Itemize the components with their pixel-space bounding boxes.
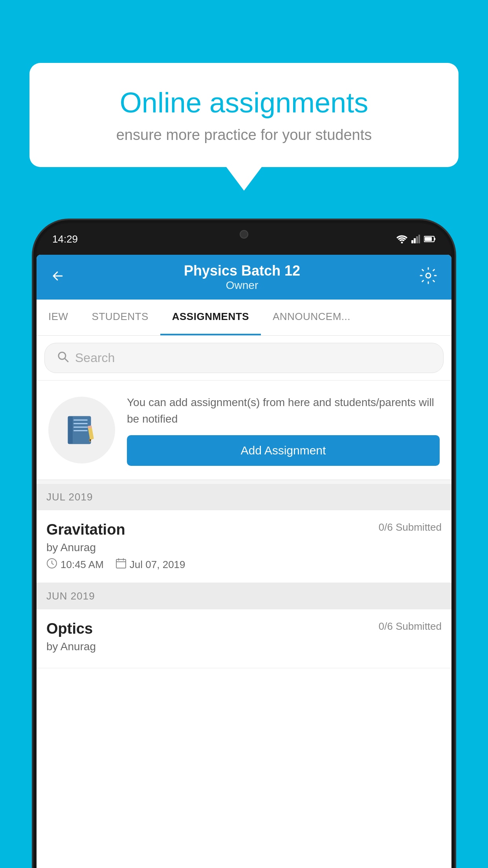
tabs-container: IEW STUDENTS ASSIGNMENTS ANNOUNCEM...	[37, 300, 451, 336]
optics-name: Optics	[46, 620, 93, 637]
battery-icon	[424, 235, 436, 243]
tab-students[interactable]: STUDENTS	[80, 300, 160, 335]
notebook-icon	[64, 412, 99, 448]
promo-section: You can add assignment(s) from here and …	[37, 381, 451, 480]
tab-view[interactable]: IEW	[37, 300, 80, 335]
section-header-jul: JUL 2019	[37, 484, 451, 510]
promo-description: You can add assignment(s) from here and …	[127, 394, 440, 427]
speech-bubble-arrow	[226, 167, 262, 191]
phone-screen: Physics Batch 12 Owner IEW STUDENTS ASSI…	[37, 255, 451, 868]
promo-content: You can add assignment(s) from here and …	[127, 394, 440, 466]
optics-by: by Anurag	[46, 640, 442, 653]
assignment-item-optics[interactable]: Optics 0/6 Submitted by Anurag	[37, 609, 451, 668]
phone-notch-area: 14:29	[37, 223, 451, 255]
batch-subtitle: Owner	[65, 279, 419, 292]
assignment-row-top: Gravitation 0/6 Submitted	[46, 521, 442, 538]
speech-bubble-subtitle: ensure more practice for your students	[57, 127, 431, 143]
settings-button[interactable]	[419, 266, 438, 289]
back-button[interactable]	[50, 268, 65, 286]
svg-rect-15	[73, 430, 88, 431]
svg-rect-3	[416, 236, 418, 243]
assignment-name: Gravitation	[46, 521, 125, 538]
tab-assignments[interactable]: ASSIGNMENTS	[160, 300, 261, 335]
status-time: 14:29	[52, 233, 78, 245]
search-bar-container: Search	[37, 336, 451, 381]
status-icons	[396, 235, 436, 243]
signal-icon	[411, 235, 420, 243]
add-assignment-button[interactable]: Add Assignment	[127, 435, 440, 466]
svg-point-0	[401, 242, 403, 244]
svg-rect-7	[425, 237, 432, 241]
assignment-time: 10:45 AM	[46, 558, 104, 572]
section-header-jun: JUN 2019	[37, 583, 451, 609]
svg-rect-1	[411, 240, 413, 243]
svg-rect-12	[73, 419, 88, 421]
svg-rect-21	[116, 559, 126, 568]
tab-announcements[interactable]: ANNOUNCEM...	[261, 300, 362, 335]
clock-icon	[46, 558, 57, 572]
assignment-date: Jul 07, 2019	[116, 558, 185, 572]
promo-icon-circle	[48, 397, 115, 463]
svg-rect-2	[414, 238, 416, 243]
header-title-group: Physics Batch 12 Owner	[65, 263, 419, 292]
app-header: Physics Batch 12 Owner	[37, 255, 451, 300]
optics-submitted: 0/6 Submitted	[379, 620, 442, 633]
content-area: Search	[37, 336, 451, 668]
svg-rect-6	[434, 238, 435, 240]
assignment-by: by Anurag	[46, 541, 442, 554]
speech-bubble-title: Online assignments	[57, 86, 431, 119]
assignment-row-top-optics: Optics 0/6 Submitted	[46, 620, 442, 637]
phone-frame: 14:29	[33, 220, 455, 868]
search-icon	[57, 350, 69, 366]
phone-notch	[201, 223, 287, 245]
assignment-item-gravitation[interactable]: Gravitation 0/6 Submitted by Anurag	[37, 510, 451, 583]
svg-rect-13	[73, 423, 88, 424]
search-placeholder: Search	[75, 351, 115, 365]
wifi-icon	[396, 235, 407, 243]
batch-title: Physics Batch 12	[65, 263, 419, 279]
assignment-meta: 10:45 AM Jul 07, 2019	[46, 558, 442, 572]
svg-rect-14	[73, 427, 88, 428]
search-bar[interactable]: Search	[44, 343, 444, 373]
svg-rect-4	[418, 235, 420, 243]
svg-rect-11	[68, 416, 73, 444]
camera-icon	[240, 230, 248, 239]
speech-bubble-container: Online assignments ensure more practice …	[29, 63, 459, 191]
svg-point-8	[426, 273, 431, 278]
assignment-submitted: 0/6 Submitted	[379, 521, 442, 533]
gear-icon	[419, 266, 438, 285]
speech-bubble: Online assignments ensure more practice …	[29, 63, 459, 167]
calendar-icon	[116, 558, 127, 572]
